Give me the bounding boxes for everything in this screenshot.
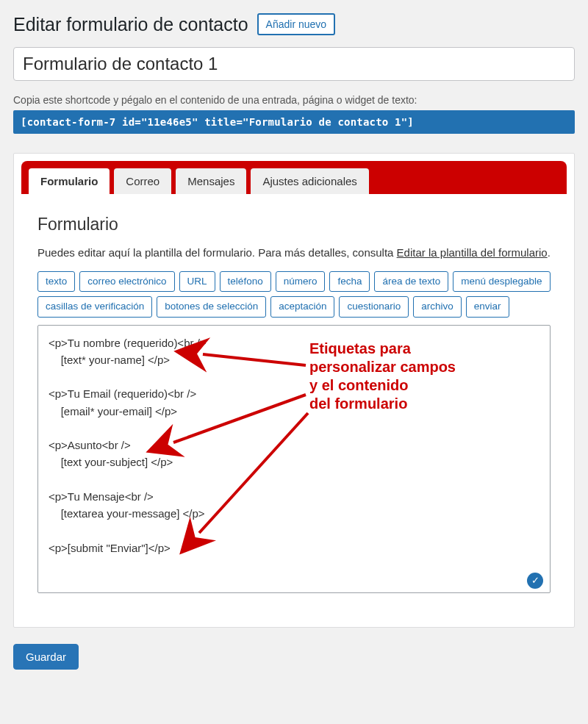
tab-strip: Formulario Correo Mensajes Ajustes adici… <box>21 161 567 194</box>
tag-btn-cuestionario[interactable]: cuestionario <box>339 296 409 317</box>
save-button[interactable]: Guardar <box>13 644 79 670</box>
tag-btn-fecha[interactable]: fecha <box>329 271 370 292</box>
tag-btn-menu-desplegable[interactable]: menú desplegable <box>453 271 550 292</box>
tag-btn-texto[interactable]: texto <box>37 271 75 292</box>
section-desc: Puedes editar aquí la plantilla del form… <box>37 245 551 261</box>
tab-formulario[interactable]: Formulario <box>29 168 110 194</box>
editor-panel: Formulario Correo Mensajes Ajustes adici… <box>13 153 575 627</box>
check-icon: ✓ <box>527 573 543 589</box>
tag-buttons-row: texto correo electrónico URL teléfono nú… <box>37 271 551 317</box>
tag-btn-casillas-de-verificacion[interactable]: casillas de verificación <box>37 296 152 317</box>
shortcode-bar[interactable]: [contact-form-7 id="11e46e5" title="Form… <box>13 110 575 134</box>
tag-btn-numero[interactable]: número <box>276 271 326 292</box>
template-wrap: ✓ Etiquetas para personalizar campos y e… <box>37 325 551 596</box>
tab-correo[interactable]: Correo <box>114 168 171 194</box>
tag-btn-telefono[interactable]: teléfono <box>220 271 271 292</box>
tab-ajustes-adicionales[interactable]: Ajustes adicionales <box>251 168 368 194</box>
tag-btn-archivo[interactable]: archivo <box>413 296 462 317</box>
tab-mensajes[interactable]: Mensajes <box>176 168 246 194</box>
tag-btn-botones-de-seleccion[interactable]: botones de selección <box>157 296 266 317</box>
tag-btn-aceptacion[interactable]: aceptación <box>270 296 334 317</box>
tag-btn-area-de-texto[interactable]: área de texto <box>374 271 448 292</box>
tab-body: Formulario Puedes editar aquí la plantil… <box>21 194 567 612</box>
tag-btn-correo-electronico[interactable]: correo electrónico <box>79 271 174 292</box>
tag-btn-url[interactable]: URL <box>179 271 215 292</box>
shortcode-hint: Copia este shortcode y pégalo en el cont… <box>13 94 575 106</box>
add-new-button[interactable]: Añadir nuevo <box>257 13 336 35</box>
form-title-input[interactable] <box>13 47 575 81</box>
template-help-link[interactable]: Editar la plantilla del formulario <box>397 246 548 259</box>
section-title: Formulario <box>37 215 551 234</box>
form-template-textarea[interactable] <box>37 325 551 593</box>
section-desc-suffix: . <box>548 246 551 259</box>
tag-btn-enviar[interactable]: enviar <box>466 296 509 317</box>
section-desc-prefix: Puedes editar aquí la plantilla del form… <box>37 246 397 259</box>
page-title: Editar formulario de contacto <box>13 14 248 35</box>
